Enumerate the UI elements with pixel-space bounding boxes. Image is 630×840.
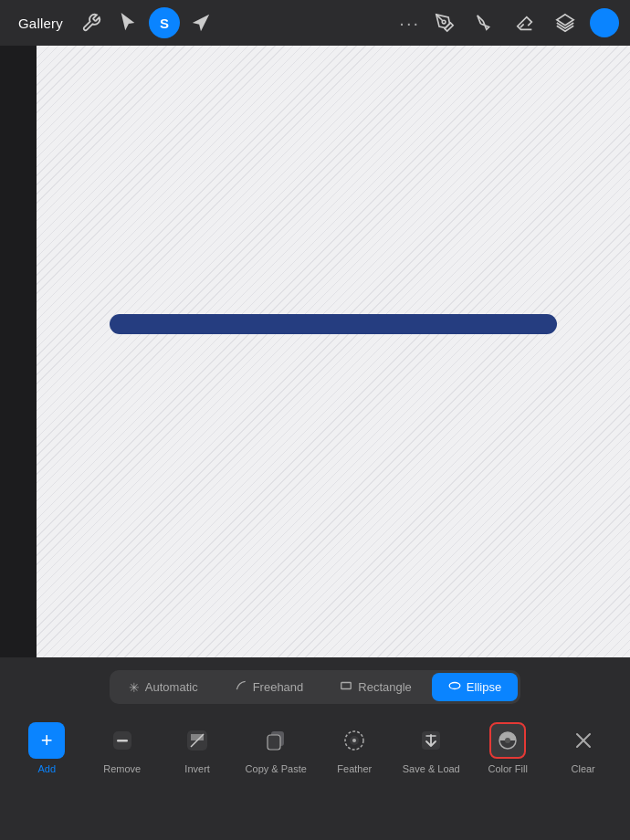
action-bar: + Add Remove Invert <box>0 722 630 774</box>
layers-icon[interactable] <box>550 7 581 38</box>
save-load-label: Save & Load <box>403 763 460 774</box>
left-strip <box>0 46 37 657</box>
tab-automatic[interactable]: ✳ Automatic <box>112 673 215 701</box>
save-load-action[interactable]: Save & Load <box>403 722 460 774</box>
smudge-icon[interactable] <box>469 7 500 38</box>
svg-point-0 <box>442 20 446 24</box>
tab-freehand[interactable]: Freehand <box>218 673 320 701</box>
svg-rect-2 <box>341 683 352 689</box>
feather-label: Feather <box>337 763 372 774</box>
brush-active-icon[interactable]: S <box>149 7 180 38</box>
copy-paste-icon <box>257 722 294 759</box>
copy-paste-action[interactable]: Copy & Paste <box>246 722 307 774</box>
clear-action[interactable]: Clear <box>556 722 611 774</box>
add-label: Add <box>37 763 56 774</box>
add-action[interactable]: + Add <box>19 722 74 774</box>
more-options-icon[interactable]: ··· <box>395 13 424 34</box>
invert-icon <box>179 722 215 759</box>
color-fill-icon <box>489 722 526 759</box>
tab-rectangle[interactable]: Rectangle <box>323 673 428 701</box>
wrench-icon[interactable] <box>76 7 107 38</box>
color-fill-action[interactable]: Color Fill <box>480 722 535 774</box>
eraser-icon[interactable] <box>509 7 541 38</box>
svg-rect-8 <box>268 735 280 750</box>
color-picker-circle[interactable] <box>590 8 619 37</box>
feather-action[interactable]: Feather <box>327 722 382 774</box>
add-icon: + <box>28 722 65 759</box>
right-tools <box>429 7 619 38</box>
drawn-line <box>110 314 557 334</box>
feather-icon <box>336 722 373 759</box>
svg-point-3 <box>449 683 460 689</box>
svg-point-15 <box>505 738 510 743</box>
svg-point-11 <box>352 739 356 742</box>
bottom-panel: ✳ Automatic Freehand Rectangle <box>0 657 630 840</box>
remove-icon <box>104 722 141 759</box>
clear-label: Clear <box>572 763 595 774</box>
gallery-button[interactable]: Gallery <box>11 12 70 35</box>
invert-label: Invert <box>184 763 210 774</box>
send-icon[interactable] <box>185 7 216 38</box>
cursor-icon[interactable] <box>112 7 143 38</box>
selection-tabs: ✳ Automatic Freehand Rectangle <box>110 670 520 704</box>
invert-action[interactable]: Invert <box>170 722 225 774</box>
canvas-background <box>37 46 630 657</box>
color-fill-label: Color Fill <box>488 763 528 774</box>
automatic-icon: ✳ <box>129 680 140 695</box>
rectangle-icon <box>340 679 352 695</box>
ellipse-tab-icon <box>448 679 461 695</box>
top-toolbar: Gallery S ··· <box>0 0 630 46</box>
save-load-icon <box>413 722 449 759</box>
remove-action[interactable]: Remove <box>95 722 150 774</box>
freehand-icon <box>235 679 247 695</box>
pen-tool-icon[interactable] <box>429 7 460 38</box>
canvas-area[interactable] <box>37 46 630 657</box>
remove-label: Remove <box>103 763 141 774</box>
tab-ellipse[interactable]: Ellipse <box>432 673 518 701</box>
copy-paste-label: Copy & Paste <box>246 763 307 774</box>
svg-rect-5 <box>117 740 128 742</box>
clear-icon <box>565 722 602 759</box>
